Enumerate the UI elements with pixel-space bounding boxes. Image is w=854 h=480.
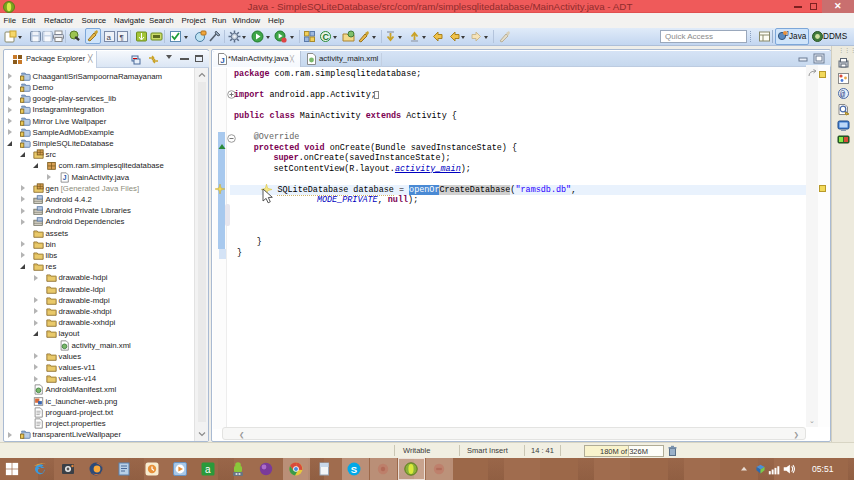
svg-text:J: J [63,174,67,181]
svg-text:J: J [220,56,224,65]
svg-text:@: @ [840,90,845,100]
svg-text:a: a [205,464,211,475]
svg-text:¶: ¶ [120,33,124,42]
svg-text:S: S [351,464,357,475]
svg-text:a: a [107,33,112,42]
svg-text:C: C [323,32,330,42]
